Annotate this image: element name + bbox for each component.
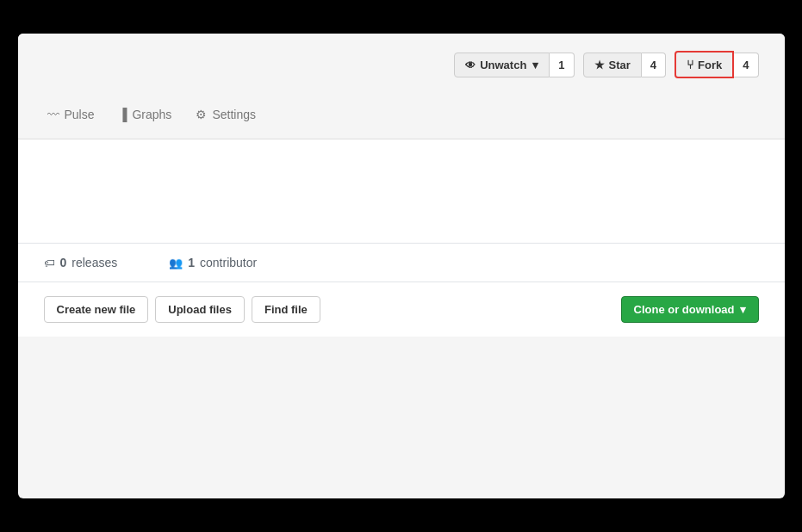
tab-graphs[interactable]: Graphs — [115, 101, 176, 130]
pulse-label: Pulse — [65, 108, 95, 121]
find-file-label: Find file — [264, 303, 308, 316]
upload-files-button[interactable]: Upload files — [155, 296, 245, 323]
top-bar: Unwatch 1 Star 4 Fork 4 — [18, 34, 785, 92]
clone-or-download-button[interactable]: Clone or download — [621, 296, 759, 323]
create-new-file-button[interactable]: Create new file — [44, 296, 149, 323]
star-button[interactable]: Star — [583, 53, 642, 77]
tab-settings[interactable]: Settings — [192, 101, 259, 130]
star-count[interactable]: 4 — [642, 53, 666, 77]
releases-count: 0 — [60, 256, 67, 269]
content-spacer — [18, 139, 785, 243]
pulse-icon — [47, 108, 59, 121]
nav-tabs: Pulse Graphs Settings — [18, 92, 785, 139]
contributors-count: 1 — [188, 256, 195, 269]
releases-stat[interactable]: 0 releases — [44, 256, 118, 269]
upload-files-label: Upload files — [168, 303, 232, 316]
create-new-file-label: Create new file — [57, 303, 136, 316]
fork-button[interactable]: Fork — [675, 51, 734, 78]
unwatch-count[interactable]: 1 — [550, 53, 574, 77]
contributors-label: contributor — [200, 256, 257, 269]
fork-icon — [687, 58, 693, 71]
unwatch-dropdown-icon — [532, 59, 538, 71]
eye-icon — [465, 59, 476, 71]
settings-label: Settings — [212, 108, 256, 121]
fork-label: Fork — [698, 59, 722, 71]
unwatch-label: Unwatch — [480, 59, 526, 71]
people-icon — [169, 256, 183, 269]
action-left-buttons: Create new file Upload files Find file — [44, 296, 320, 323]
clone-dropdown-icon — [740, 303, 746, 316]
tag-icon — [44, 256, 55, 269]
releases-label: releases — [71, 256, 117, 269]
graphs-label: Graphs — [132, 108, 171, 121]
contributors-stat[interactable]: 1 contributor — [169, 256, 257, 269]
unwatch-button[interactable]: Unwatch — [454, 53, 550, 77]
clone-label: Clone or download — [634, 303, 735, 316]
star-icon — [594, 59, 605, 71]
main-container: Unwatch 1 Star 4 Fork 4 Pulse — [18, 34, 785, 498]
graphs-icon — [119, 108, 127, 121]
star-label: Star — [609, 59, 631, 71]
stats-row: 0 releases 1 contributor — [18, 243, 785, 282]
fork-group: Fork 4 — [675, 51, 758, 78]
fork-count[interactable]: 4 — [734, 53, 758, 77]
star-group: Star 4 — [583, 53, 667, 77]
tab-pulse[interactable]: Pulse — [44, 101, 98, 130]
unwatch-group: Unwatch 1 — [454, 53, 574, 77]
settings-icon — [196, 108, 207, 121]
find-file-button[interactable]: Find file — [252, 296, 320, 323]
action-row: Create new file Upload files Find file C… — [18, 282, 785, 337]
